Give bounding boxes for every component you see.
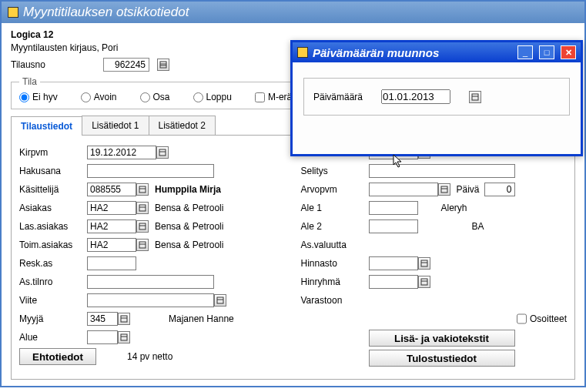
alue-lookup[interactable] xyxy=(118,331,130,343)
radio-loppu[interactable]: Loppu xyxy=(193,92,232,102)
astilnro-input[interactable] xyxy=(87,275,214,289)
close-button[interactable]: ✕ xyxy=(561,45,576,59)
lasasiakas-input[interactable] xyxy=(87,219,136,233)
hakusana-input[interactable] xyxy=(87,164,214,178)
kasittelija-input[interactable] xyxy=(87,183,136,196)
svg-rect-9 xyxy=(139,223,146,230)
tab-body: Kirpvm Hakusana KäsittelijäHumppila Mirj… xyxy=(11,136,575,380)
dialog-date-input[interactable] xyxy=(381,89,450,104)
hinryhma-input[interactable] xyxy=(369,275,418,289)
viite-input[interactable] xyxy=(87,293,214,307)
hakusana-label: Hakusana xyxy=(19,166,87,176)
arvopvm-lookup[interactable] xyxy=(438,183,450,196)
hinnasto-input[interactable] xyxy=(369,256,418,270)
minimize-button[interactable]: _ xyxy=(517,45,533,59)
asvaluutta-label: As.valuutta xyxy=(301,240,369,250)
myyja-input[interactable] xyxy=(87,312,118,326)
asiakas-lookup[interactable] xyxy=(136,202,149,214)
kirpvm-input[interactable] xyxy=(87,146,156,159)
aleryh-label: Aleryh xyxy=(441,203,467,213)
dialog-app-icon xyxy=(297,47,308,58)
radio-avoin[interactable]: Avoin xyxy=(81,92,117,102)
radio-eihyv[interactable]: Ei hyv xyxy=(19,92,58,102)
svg-rect-0 xyxy=(160,62,166,68)
tab-tilaustiedot[interactable]: Tilaustiedot xyxy=(11,116,82,136)
left-column: Kirpvm Hakusana KäsittelijäHumppila Mirj… xyxy=(19,145,286,370)
svg-rect-15 xyxy=(121,316,127,322)
main-title: Myyntitilauksen otsikkotiedot xyxy=(23,5,189,20)
svg-rect-23 xyxy=(421,260,427,266)
main-titlebar: Myyntitilauksen otsikkotiedot xyxy=(2,2,584,23)
osoitteet-label: Osoitteet xyxy=(530,313,567,324)
check-mera[interactable]: M-erä xyxy=(255,92,292,102)
tilausno-label: Tilausno xyxy=(11,59,95,70)
app-icon xyxy=(8,7,18,18)
tab-lisatiedot2[interactable]: Lisätiedot 2 xyxy=(149,116,216,135)
netto-label: 14 pv netto xyxy=(127,351,172,362)
alue-input[interactable] xyxy=(87,330,118,344)
tila-legend: Tila xyxy=(19,76,40,87)
lasasiakas-label: Las.asiakas xyxy=(19,221,87,232)
ale2-input[interactable] xyxy=(369,219,418,233)
hinnasto-label: Hinnasto xyxy=(301,258,369,269)
viite-lookup[interactable] xyxy=(214,294,226,307)
right-column: Toimvko Selitys ArvopvmPäivä Ale 1Aleryh… xyxy=(301,145,568,370)
lisavakio-button[interactable]: Lisä- ja vakiotekstit xyxy=(369,330,515,347)
check-mera-label: M-erä xyxy=(268,92,292,102)
selitys-label: Selitys xyxy=(301,166,369,176)
lasasiakas-lookup[interactable] xyxy=(136,220,149,233)
tab-lisatiedot1[interactable]: Lisätiedot 1 xyxy=(82,116,149,135)
svg-rect-7 xyxy=(139,205,146,211)
radio-loppu-label: Loppu xyxy=(206,92,232,102)
selitys-input[interactable] xyxy=(369,164,515,178)
dialog-title: Päivämäärän muunnos xyxy=(313,46,511,59)
radio-eihyv-label: Ei hyv xyxy=(32,92,58,102)
toimasiakas-desc: Bensa & Petrooli xyxy=(155,240,223,250)
kirpvm-label: Kirpvm xyxy=(19,147,87,158)
radio-osa-label: Osa xyxy=(153,92,170,102)
svg-rect-11 xyxy=(139,242,146,248)
dialog-titlebar[interactable]: Päivämäärän muunnos _ □ ✕ xyxy=(293,42,581,62)
ba-label: BA xyxy=(472,221,484,232)
svg-rect-27 xyxy=(472,94,478,100)
cursor-icon xyxy=(393,154,405,169)
radio-osa[interactable]: Osa xyxy=(140,92,170,102)
lasasiakas-desc: Bensa & Petrooli xyxy=(155,221,223,232)
arvopvm-label: Arvopvm xyxy=(301,184,369,195)
radio-avoin-label: Avoin xyxy=(94,92,117,102)
tilausno-value: 962245 xyxy=(103,58,149,72)
tulostus-button[interactable]: Tulostustiedot xyxy=(369,350,515,367)
kasittelija-lookup[interactable] xyxy=(136,183,149,196)
hinryhma-lookup[interactable] xyxy=(418,276,430,288)
maximize-button[interactable]: □ xyxy=(539,45,554,59)
svg-rect-13 xyxy=(217,297,223,303)
toimasiakas-lookup[interactable] xyxy=(136,239,149,251)
hinnasto-lookup[interactable] xyxy=(418,257,430,270)
myyja-desc: Majanen Hanne xyxy=(169,313,234,324)
svg-rect-25 xyxy=(421,279,427,285)
ale1-label: Ale 1 xyxy=(301,203,369,213)
tilausno-lookup-button[interactable] xyxy=(157,59,169,71)
date-dialog: Päivämäärän muunnos _ □ ✕ Päivämäärä xyxy=(290,40,583,156)
arvopvm-input[interactable] xyxy=(369,183,438,196)
reskas-input[interactable] xyxy=(87,256,136,270)
dialog-date-lookup[interactable] xyxy=(469,91,481,103)
asiakas-input[interactable] xyxy=(87,201,136,215)
svg-rect-3 xyxy=(159,149,166,156)
kirpvm-lookup[interactable] xyxy=(156,146,169,159)
dialog-field-label: Päivämäärä xyxy=(313,92,363,102)
toimasiakas-input[interactable] xyxy=(87,238,136,252)
viite-label: Viite xyxy=(19,295,87,306)
reskas-label: Resk.as xyxy=(19,258,87,269)
asiakas-desc: Bensa & Petrooli xyxy=(155,203,223,213)
myyja-lookup[interactable] xyxy=(118,313,130,325)
kasittelija-desc: Humppila Mirja xyxy=(155,184,221,195)
svg-rect-21 xyxy=(441,186,447,193)
toimasiakas-label: Toim.asiakas xyxy=(19,240,87,250)
osoitteet-check[interactable]: Osoitteet xyxy=(517,312,567,326)
kasittelija-label: Käsittelijä xyxy=(19,184,87,195)
asiakas-label: Asiakas xyxy=(19,203,87,213)
ale1-input[interactable] xyxy=(369,201,418,215)
ehtotiedot-button[interactable]: Ehtotiedot xyxy=(19,348,96,365)
paiva-input[interactable] xyxy=(484,183,515,196)
